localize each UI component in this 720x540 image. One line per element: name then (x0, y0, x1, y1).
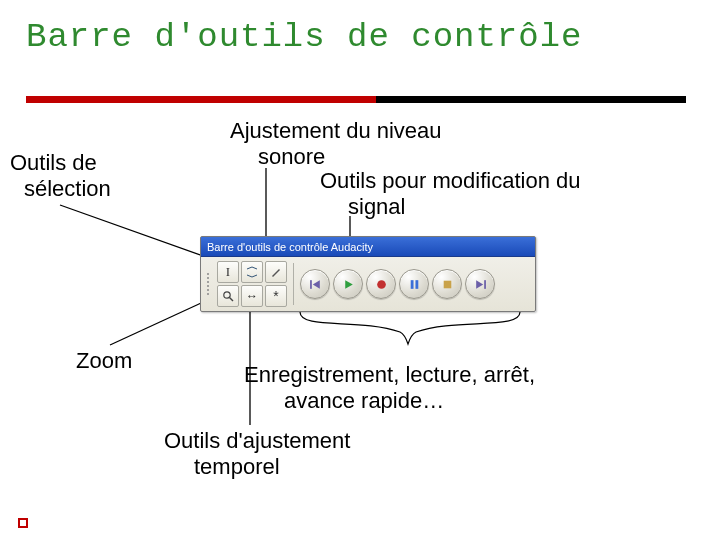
text: temporel (164, 454, 280, 479)
label-ajustement-niveau: Ajustement du niveau sonore (230, 118, 460, 171)
label-modification-signal: Outils pour modification du signal (320, 168, 600, 221)
svg-rect-11 (410, 280, 413, 289)
toolbar-title: Barre d'outils de contrôle Audacity (207, 241, 373, 253)
svg-line-6 (230, 298, 234, 302)
title-divider (26, 96, 686, 103)
page-title: Barre d'outils de contrôle (0, 0, 720, 66)
toolbar-body: I ↔ * (201, 257, 535, 311)
text: avance rapide… (244, 388, 444, 413)
slide-bullet-icon (18, 518, 28, 528)
svg-point-10 (377, 280, 386, 289)
toolbar-grip[interactable] (205, 261, 211, 307)
pause-button[interactable] (399, 269, 429, 299)
skip-end-icon (474, 278, 487, 291)
text: signal (320, 194, 405, 219)
timeshift-tool[interactable]: ↔ (241, 285, 263, 307)
multi-tool[interactable]: * (265, 285, 287, 307)
text: Outils pour modification du (320, 168, 580, 193)
multi-icon: * (273, 288, 278, 304)
text: Outils d'ajustement (164, 428, 350, 453)
text: sélection (10, 176, 111, 201)
zoom-icon (222, 290, 234, 302)
separator (293, 263, 294, 305)
svg-rect-13 (443, 280, 451, 288)
text: Enregistrement, lecture, arrêt, (244, 362, 535, 387)
transport-controls (300, 269, 495, 299)
svg-marker-8 (312, 280, 319, 289)
draw-tool[interactable] (265, 261, 287, 283)
record-icon (375, 278, 388, 291)
tool-grid: I ↔ * (217, 261, 287, 307)
zoom-tool[interactable] (217, 285, 239, 307)
pencil-icon (270, 266, 282, 278)
skip-end-button[interactable] (465, 269, 495, 299)
svg-rect-7 (310, 280, 312, 289)
svg-point-5 (224, 292, 230, 298)
text: Ajustement du niveau (230, 118, 442, 143)
envelope-icon (246, 266, 258, 278)
stop-icon (441, 278, 454, 291)
svg-line-0 (60, 205, 220, 262)
svg-rect-15 (484, 280, 486, 289)
skip-start-button[interactable] (300, 269, 330, 299)
envelope-tool[interactable] (241, 261, 263, 283)
svg-marker-14 (476, 280, 483, 289)
play-button[interactable] (333, 269, 363, 299)
text: Outils de (10, 150, 97, 175)
svg-rect-12 (415, 280, 418, 289)
label-ajustement-temporel: Outils d'ajustement temporel (164, 428, 384, 481)
skip-start-icon (309, 278, 322, 291)
label-zoom: Zoom (76, 348, 132, 374)
play-icon (342, 278, 355, 291)
svg-marker-9 (345, 280, 353, 289)
audacity-control-toolbar: Barre d'outils de contrôle Audacity I ↔ … (200, 236, 536, 312)
pause-icon (408, 278, 421, 291)
record-button[interactable] (366, 269, 396, 299)
text: sonore (230, 144, 325, 169)
label-outils-selection: Outils de sélection (10, 150, 150, 203)
selection-tool[interactable]: I (217, 261, 239, 283)
toolbar-titlebar[interactable]: Barre d'outils de contrôle Audacity (201, 237, 535, 257)
timeshift-icon: ↔ (246, 289, 258, 303)
stop-button[interactable] (432, 269, 462, 299)
label-enregistrement: Enregistrement, lecture, arrêt, avance r… (244, 362, 564, 415)
ibeam-icon: I (226, 264, 230, 280)
